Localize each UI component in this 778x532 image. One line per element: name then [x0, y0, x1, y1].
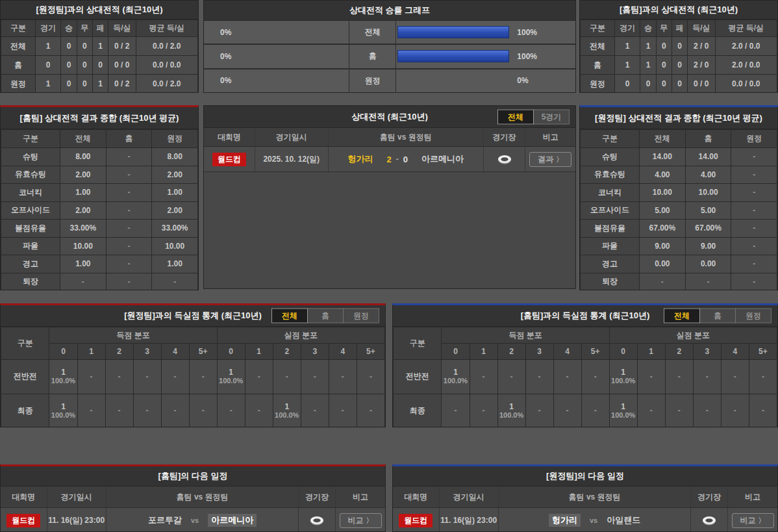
vs-label: vs	[191, 516, 199, 524]
score-dist-cell: -	[637, 394, 665, 427]
score-header-row: 012345+012345+	[394, 344, 777, 360]
filter-tab[interactable]: 전체	[271, 309, 308, 323]
column-header: 홈팀 vs 원정팀	[499, 487, 692, 507]
stat-value-cell: 2 / 0	[688, 37, 715, 56]
home-team-name: 헝가리	[549, 514, 581, 527]
filter-tab[interactable]: 전체	[664, 309, 700, 323]
stat-value-cell: 0 / 2	[108, 37, 136, 56]
stat-value-cell: 0	[671, 75, 687, 94]
row-label: 유효슈팅	[1, 166, 60, 184]
panel-title: [홈팀] 상대전적 결과 종합 (최근10년 평균)	[1, 107, 198, 129]
graph-right-value: 100%	[517, 52, 537, 61]
stat-value-cell: 0	[656, 56, 671, 75]
filter-tab[interactable]: 홈	[699, 309, 736, 323]
score-dist-cell: -	[301, 360, 329, 394]
stat-value-cell: 2.00	[152, 166, 198, 184]
graph-row-label: 홈	[349, 45, 396, 68]
table-row: 코너킥1.00-1.00	[1, 184, 198, 202]
column-header: 승	[640, 20, 656, 37]
panel-title: [홈팀]의 다음 일정	[1, 466, 385, 487]
score-dist-cell: -	[665, 360, 693, 394]
row-label: 전체	[581, 37, 615, 56]
column-header: 2	[105, 344, 133, 360]
stat-value-cell: 1	[92, 75, 108, 94]
compare-button[interactable]: 비교〉	[732, 513, 774, 528]
column-header: 0	[49, 344, 77, 360]
group-header: 실점 분포	[217, 327, 384, 344]
score-dist-cell: 1100.0%	[273, 394, 301, 427]
stat-value-cell: 0	[36, 56, 61, 75]
dist-percent: 100.0%	[218, 377, 245, 385]
dist-percent: 100.0%	[442, 377, 469, 385]
column-header: 구분	[581, 20, 615, 37]
away-team-summary-table: 구분전체홈원정슈팅14.0014.00-유효슈팅4.004.00-코너킥10.0…	[580, 129, 777, 290]
stat-value-cell: 0 / 2	[108, 75, 136, 94]
filter-tab[interactable]: 원정	[343, 309, 379, 323]
row-label: 전체	[1, 37, 36, 56]
dist-percent: 100.0%	[610, 377, 637, 385]
graph-right-side: 0%	[396, 70, 575, 92]
graph-right-side: 100%	[396, 21, 575, 44]
stat-value-cell: 1.00	[60, 255, 106, 273]
graph-row-label: 전체	[349, 21, 396, 44]
compare-button[interactable]: 비교〉	[340, 513, 382, 528]
score-dist-cell: -	[553, 394, 581, 427]
score-dist-cell: -	[245, 360, 273, 394]
stat-value-cell: 0	[61, 75, 77, 94]
schedule-table-header: 대회명 경기일시 홈팀 vs 원정팀 경기장 비고	[393, 487, 777, 508]
home-team-name: 포르투갈	[148, 514, 182, 526]
table-row: 경고0.000.00-	[581, 255, 777, 273]
graph-left-side: 0%	[204, 21, 349, 44]
winrate-graph-row: 0%전체100%	[204, 21, 575, 45]
table-row: 최종1100.0%-------1100.0%---	[1, 394, 385, 427]
stat-value-cell: 2.00	[60, 201, 106, 220]
group-header: 실점 분포	[609, 327, 777, 344]
score-dist-cell: -	[357, 394, 384, 427]
score-dist-cell: -	[693, 360, 721, 394]
h2h-matches-tabs: 전체5경기	[498, 109, 570, 124]
graph-right-side: 100%	[396, 45, 575, 68]
column-header: 5+	[749, 344, 777, 360]
dist-percent: 100.0%	[610, 411, 637, 420]
row-label: 퇴장	[1, 273, 60, 290]
graph-row-label: 원정	[349, 70, 396, 92]
stat-value-cell: 0	[671, 37, 687, 56]
stat-value-cell: -	[60, 273, 106, 290]
row-label: 코너킥	[581, 184, 640, 202]
score-dist-cell: -	[749, 360, 777, 394]
table-row: 전반전1100.0%-----1100.0%-----	[394, 360, 777, 394]
stat-value-cell: -	[106, 201, 152, 220]
column-header: 1	[470, 344, 497, 360]
table-row: 퇴장---	[1, 273, 198, 290]
stat-value-cell: 4.00	[685, 166, 731, 184]
away-team-summary-panel: [원정팀] 상대전적 결과 종합 (최근10년 평균) 구분전체홈원정슈팅14.…	[579, 105, 778, 290]
graph-bar-right	[397, 50, 509, 62]
goal-stats-vs-away-panel: [원정팀]과의 득실점 통계 (최근10년) 전체홈원정 구분득점 분포실점 분…	[0, 303, 386, 427]
row-label: 최종	[394, 394, 442, 427]
score-dist-cell: 1100.0%	[49, 394, 77, 427]
score-dist-cell: -	[721, 394, 749, 427]
table-row: 퇴장---	[581, 273, 777, 290]
stat-value-cell: -	[731, 220, 777, 238]
stat-value-cell: 0 / 0	[108, 56, 136, 75]
score-dist-cell: 1100.0%	[49, 360, 77, 394]
score-dist-cell: -	[301, 394, 329, 427]
filter-tab[interactable]: 5경기	[533, 109, 570, 124]
stat-value-cell: -	[685, 273, 731, 290]
h2h-vs-home-table: 구분경기승무패득/실평균 득/실전체11002 / 02.0 / 0.0홈110…	[580, 19, 777, 93]
stat-value-cell: -	[106, 166, 152, 184]
filter-tab[interactable]: 전체	[497, 109, 534, 124]
column-header: 경기	[36, 20, 61, 37]
stat-value-cell: 0	[61, 37, 77, 56]
row-label: 파울	[581, 237, 640, 255]
score-dist-cell: 1100.0%	[609, 394, 637, 427]
filter-tab[interactable]: 원정	[735, 309, 772, 323]
table-row: 홈11002 / 02.0 / 0.0	[581, 56, 777, 75]
stat-value-cell: 8.00	[60, 148, 106, 166]
result-button[interactable]: 결과〉	[529, 152, 571, 167]
panel-title: 상대전적 승률 그래프	[204, 1, 575, 21]
stat-value-cell: -	[106, 273, 152, 290]
score-dist-cell: -	[217, 394, 245, 427]
filter-tab[interactable]: 홈	[307, 309, 344, 323]
stadium-icon	[309, 515, 325, 526]
